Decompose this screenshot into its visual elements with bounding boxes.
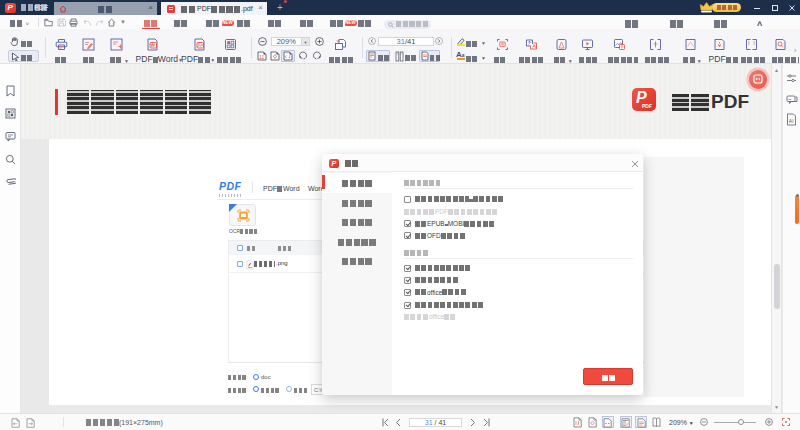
svg-text:••: •• — [789, 98, 792, 102]
svg-text:AI: AI — [789, 118, 794, 124]
svg-text:11: 11 — [259, 53, 264, 59]
